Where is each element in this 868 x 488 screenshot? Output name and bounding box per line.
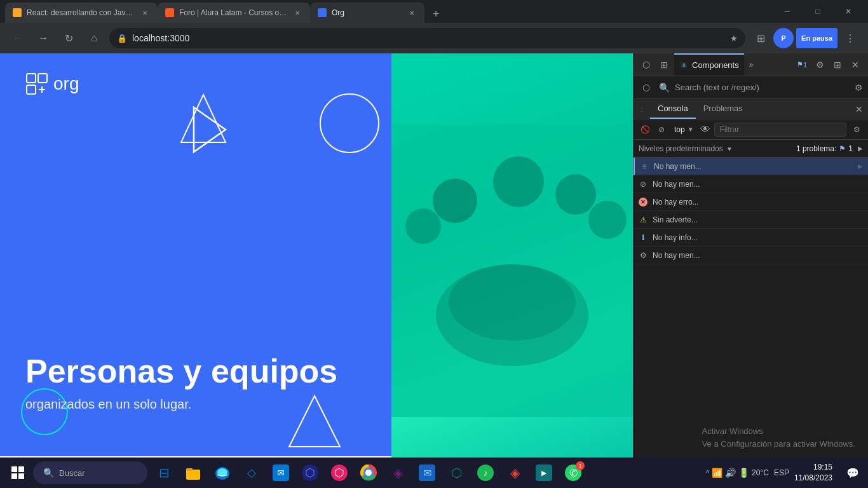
console-close-button[interactable]: ✕ <box>855 104 863 114</box>
tab-react[interactable]: React: desarrollando con JavaScr... ✕ <box>5 3 158 23</box>
console-tab-bar: ⋮ Consola Problemas ✕ <box>634 99 868 119</box>
tab-close-alura[interactable]: ✕ <box>292 8 302 18</box>
tab-org[interactable]: Org ✕ <box>310 3 424 23</box>
devtools-settings-button[interactable]: ⚙ <box>812 57 827 72</box>
logo-svg-icon <box>25 72 48 95</box>
team-photo-area <box>391 53 633 488</box>
vstudio-button[interactable]: ◈ <box>384 459 412 487</box>
menu-button[interactable]: ⋮ <box>840 28 860 48</box>
navbar: ← → ↻ ⌂ 🔒 localhost:3000 ★ ⊞ P En pausa … <box>0 23 868 53</box>
whatsapp-button[interactable]: ✆ 1 <box>559 459 587 487</box>
notification-button[interactable]: 💬 <box>843 463 863 483</box>
top-selector[interactable]: top ▼ <box>672 124 696 135</box>
msg-icon-info: ℹ <box>639 233 648 242</box>
search-settings-icon[interactable]: ⚙ <box>855 83 863 93</box>
filter-input[interactable] <box>714 123 846 137</box>
console-msg-5[interactable]: ℹ No hay info... <box>634 229 868 247</box>
spotify-button[interactable]: ♪ <box>471 459 499 487</box>
tab-title-org: Org <box>332 8 402 17</box>
temperature-text: 20°C <box>752 468 769 477</box>
language-label: ESP <box>774 468 789 477</box>
forward-button[interactable]: → <box>33 28 53 48</box>
tray-arrow[interactable]: ^ <box>706 469 709 477</box>
title-bar: React: desarrollando con JavaScr... ✕ Fo… <box>0 0 868 23</box>
console-msg-3[interactable]: ✕ No hay erro... <box>634 193 868 211</box>
search-input[interactable]: Search (text or /regex/) <box>675 83 850 92</box>
problemas-tab[interactable]: Problemas <box>696 99 750 119</box>
tab-alura[interactable]: Foro | Alura Latam - Cursos onlin... ✕ <box>158 3 310 23</box>
app7-icon: ⬡ <box>331 464 348 481</box>
tab-close-react[interactable]: ✕ <box>140 8 150 18</box>
terminal-button[interactable]: ▶ <box>530 459 558 487</box>
tab-title-react: React: desarrollando con JavaScr... <box>27 8 135 17</box>
vscode-button[interactable]: ◇ <box>238 459 266 487</box>
devtools-responsive-icon[interactable]: ⊞ <box>656 57 672 72</box>
maps-icon: ◈ <box>506 464 524 482</box>
file-explorer-button[interactable] <box>179 459 207 487</box>
tab-title-alura: Foro | Alura Latam - Cursos onlin... <box>179 8 287 17</box>
edge-button[interactable] <box>208 459 236 487</box>
devtools-inspect-icon[interactable]: ⬡ <box>639 57 654 72</box>
svg-rect-23 <box>18 473 24 479</box>
console-msg-2[interactable]: ⊘ No hay men... <box>634 175 868 193</box>
chrome-button[interactable] <box>355 459 383 487</box>
maps-button[interactable]: ◈ <box>501 459 529 487</box>
activate-line2: Ve a Configuración para activar Windows. <box>702 438 855 451</box>
taskbar-apps: ⊟ ◇ ✉ <box>150 459 703 487</box>
chrome-icon <box>360 464 377 482</box>
app10-button[interactable]: ✉ <box>413 459 441 487</box>
console-msg-6[interactable]: ⚙ No hay men... <box>634 247 868 264</box>
app11-button[interactable]: ⬡ <box>442 459 470 487</box>
whatsapp-badge: 1 <box>576 461 585 470</box>
outlook-button[interactable]: ✉ <box>267 459 295 487</box>
start-button[interactable] <box>5 460 31 485</box>
devtools-components-tab[interactable]: ⚛ Components <box>674 53 744 76</box>
edge-icon <box>214 464 231 482</box>
devtools-element-picker[interactable]: ⬡ <box>639 80 654 95</box>
close-button[interactable]: ✕ <box>834 1 863 22</box>
msg-icon-list: ≡ <box>640 162 649 171</box>
top-label: top <box>674 125 685 134</box>
app7-button[interactable]: ⬡ <box>325 459 353 487</box>
eye-button[interactable]: 👁 <box>700 124 710 135</box>
devtools-close-button[interactable]: ✕ <box>848 57 863 72</box>
consola-tab[interactable]: Consola <box>650 99 696 119</box>
taskbar-search[interactable]: 🔍 Buscar <box>33 461 147 484</box>
devtools-pin-button[interactable]: ⊞ <box>830 57 845 72</box>
maximize-button[interactable]: □ <box>803 1 832 22</box>
home-button[interactable]: ⌂ <box>84 28 104 48</box>
svg-rect-1 <box>38 74 47 83</box>
people-svg <box>391 125 633 417</box>
taskbar: 🔍 Buscar ⊟ <box>0 458 868 488</box>
address-bar[interactable]: 🔒 localhost:3000 ★ <box>109 28 745 48</box>
tab-close-org[interactable]: ✕ <box>407 8 417 18</box>
svg-point-30 <box>366 470 371 475</box>
console-msg-4[interactable]: ⚠ Sin adverte... <box>634 211 868 229</box>
minimize-button[interactable]: ─ <box>773 1 802 22</box>
expand-arrow[interactable]: ▶ <box>858 145 863 152</box>
back-button: ← <box>8 28 28 48</box>
taskview-button[interactable]: ⊟ <box>150 459 178 487</box>
svg-rect-20 <box>11 466 17 472</box>
extensions-button[interactable]: ⊞ <box>750 28 771 48</box>
network-icon: 📶 <box>712 468 722 478</box>
svg-rect-19 <box>391 125 633 417</box>
notification-icon: 💬 <box>846 467 859 479</box>
reload-button[interactable]: ↻ <box>58 28 79 48</box>
app11-icon: ⬡ <box>447 464 465 482</box>
clear-console-button[interactable]: 🚫 <box>639 123 651 136</box>
profile-button[interactable]: P <box>773 28 794 48</box>
msg-icon-circle: ⊘ <box>639 180 648 189</box>
console-settings-button[interactable]: ⊘ <box>655 123 668 136</box>
taskbar-clock: 19:15 11/08/2023 <box>794 462 837 484</box>
console-msg-1[interactable]: ≡ No hay men... ▶ <box>634 158 868 175</box>
msg-text-6: No hay men... <box>653 251 863 260</box>
new-tab-button[interactable]: + <box>427 5 445 23</box>
pause-button[interactable]: En pausa <box>796 28 837 48</box>
components-tab-label: Components <box>692 60 739 70</box>
volume-icon[interactable]: 🔊 <box>725 468 736 478</box>
logo: org <box>25 72 79 95</box>
devtools-more-button[interactable]: » <box>747 60 756 69</box>
filter-settings-button[interactable]: ⚙ <box>850 123 863 136</box>
app6-button[interactable]: ⬡ <box>296 459 324 487</box>
